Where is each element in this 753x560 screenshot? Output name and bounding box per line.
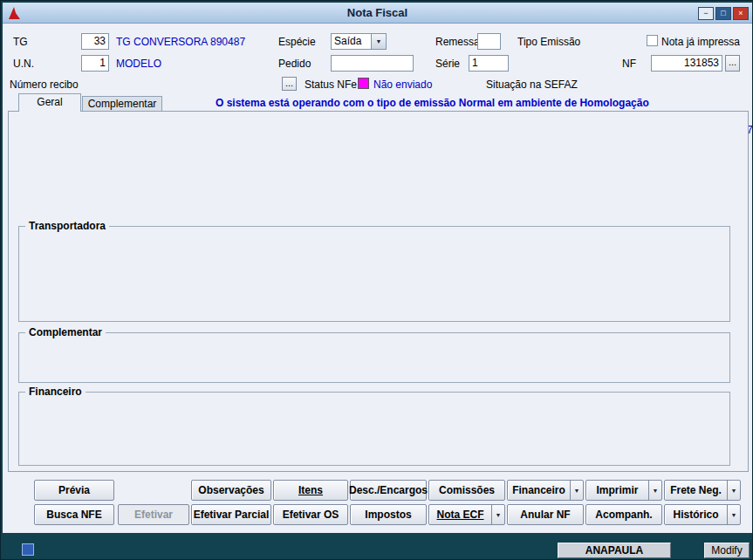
serie-field[interactable]: 1: [469, 55, 509, 72]
status-user: ANAPAULA: [558, 543, 671, 558]
previa-button[interactable]: Prévia: [34, 480, 114, 501]
nf-lookup-button[interactable]: ...: [725, 55, 740, 72]
close-icon[interactable]: ×: [733, 7, 749, 20]
imprimir-button[interactable]: Imprimir ▼: [585, 480, 662, 501]
frete-neg-button[interactable]: Frete Neg. ▼: [664, 480, 741, 501]
financeiro-group: [18, 392, 730, 466]
impostos-button[interactable]: Impostos: [350, 504, 427, 525]
busca-nfe-button[interactable]: Busca NFE: [34, 504, 114, 525]
desc-encargos-button[interactable]: Desc./Encargos: [350, 480, 427, 501]
un-label: U.N.: [13, 58, 34, 70]
nota-fiscal-window: Nota Fiscal − □ × TG 33 TG CONVERSORA 89…: [0, 0, 753, 560]
window-title: Nota Fiscal: [3, 6, 752, 19]
status-nfe-value: Não enviado: [373, 79, 432, 91]
numero-recibo-label: Número recibo: [10, 79, 79, 91]
tg-field[interactable]: 33: [81, 33, 109, 50]
complementar-group: [18, 332, 730, 383]
minimize-icon[interactable]: −: [698, 7, 714, 20]
chevron-down-icon[interactable]: ▼: [727, 505, 740, 524]
remessa-label: Remessa: [435, 36, 480, 48]
nf-label: NF: [622, 58, 636, 70]
tg-description: TG CONVERSORA 890487: [116, 36, 245, 48]
status-mode: Modify: [704, 543, 750, 558]
environment-banner: O sistema está operando com o tipo de em…: [216, 97, 649, 109]
tg-label: TG: [13, 36, 28, 48]
financeiro-button[interactable]: Financeiro ▼: [507, 480, 584, 501]
chevron-down-icon[interactable]: ▼: [727, 481, 740, 500]
efetivar-os-button[interactable]: Efetivar OS: [273, 504, 348, 525]
nf-field[interactable]: 131853: [651, 55, 722, 72]
nota-ecf-button[interactable]: Nota ECF ▼: [428, 504, 505, 525]
efetivar-button[interactable]: Efetivar: [118, 504, 189, 525]
tab-complementar[interactable]: Complementar: [82, 96, 162, 111]
comissoes-button[interactable]: Comissões: [428, 480, 505, 501]
especie-select[interactable]: Saída ▼: [331, 33, 387, 50]
financeiro-group-title: Financeiro: [25, 386, 86, 398]
pedido-field[interactable]: [331, 55, 414, 72]
remessa-field[interactable]: [477, 33, 501, 50]
taskbar-icon: [22, 543, 34, 556]
efetivar-parcial-button[interactable]: Efetivar Parcial: [191, 504, 271, 525]
especie-label: Espécie: [278, 36, 316, 48]
observacoes-button[interactable]: Observações: [191, 480, 271, 501]
titlebar: Nota Fiscal − □ ×: [3, 3, 752, 24]
serie-label: Série: [435, 58, 460, 70]
tab-geral[interactable]: Geral: [18, 93, 81, 112]
nota-impressa-checkbox[interactable]: [647, 35, 658, 46]
acompanh-button[interactable]: Acompanh.: [585, 504, 662, 525]
itens-button[interactable]: Itens: [273, 480, 348, 501]
chevron-down-icon[interactable]: ▼: [648, 481, 661, 500]
situacao-sefaz-label: Situação na SEFAZ: [486, 79, 578, 91]
transportadora-group-title: Transportadora: [25, 220, 109, 232]
tipo-emissao-label: Tipo Emissão: [517, 36, 580, 48]
complementar-group-title: Complementar: [25, 326, 106, 338]
chevron-down-icon: ▼: [371, 34, 386, 49]
maximize-icon[interactable]: □: [715, 7, 731, 20]
chevron-down-icon[interactable]: ▼: [570, 481, 583, 500]
chevron-down-icon[interactable]: ▼: [491, 505, 504, 524]
transportadora-group: [18, 226, 730, 322]
recibo-lookup-button[interactable]: ...: [282, 77, 297, 91]
pedido-label: Pedido: [278, 58, 311, 70]
nota-impressa-label: Nota já impressa: [661, 36, 740, 48]
un-field[interactable]: 1: [81, 55, 109, 72]
historico-button[interactable]: Histórico ▼: [664, 504, 741, 525]
status-nfe-label: Status NFe: [305, 79, 357, 91]
anular-nf-button[interactable]: Anular NF: [507, 504, 584, 525]
un-description: MODELO: [116, 58, 161, 70]
status-nfe-swatch: [358, 78, 369, 89]
